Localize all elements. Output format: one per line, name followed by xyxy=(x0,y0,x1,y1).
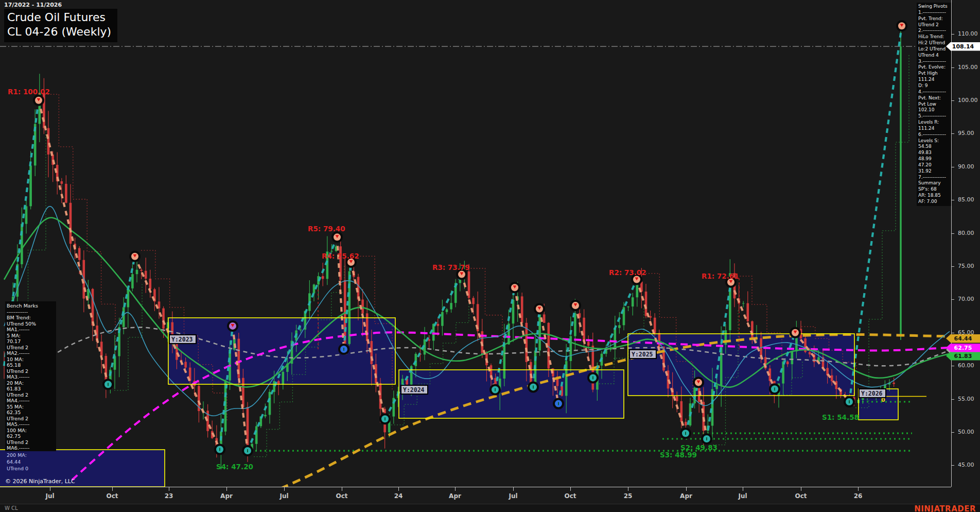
price-tick-label: 60.00 xyxy=(958,362,974,369)
bench-marks-line: 10 MA: xyxy=(7,356,56,363)
price-tick xyxy=(952,333,954,333)
price-tick xyxy=(952,200,954,200)
pivot-low-tick-icon xyxy=(558,402,559,405)
swing-pivots-line: Pvt. Evolve: xyxy=(918,64,952,71)
time-tick xyxy=(112,487,113,491)
chart-title: Crude Oil Futures CL 04-26 (Weekly) xyxy=(4,9,117,42)
time-axis-label: Jul xyxy=(45,492,54,500)
price-tick-label: 105.00 xyxy=(958,64,978,71)
time-axis[interactable]: JulOct23AprJulOct24AprJulOct25AprJulOct2… xyxy=(0,487,951,504)
swing-pivots-line: 7.-------------- xyxy=(918,175,952,181)
bench-marks-line: ------------ xyxy=(7,309,56,315)
bench-marks-line: UTrend 2 xyxy=(7,416,56,422)
price-tick xyxy=(952,167,954,167)
time-axis-label: Jul xyxy=(279,492,288,500)
time-axis-label: 26 xyxy=(854,492,863,500)
swing-pivots-line: 111.24 xyxy=(918,126,952,132)
time-axis-label: 25 xyxy=(624,492,633,500)
price-marker: 61.83 xyxy=(946,352,980,361)
pivot-low-tick-icon xyxy=(774,387,775,390)
swing-pivots-line: UTrend 2 xyxy=(918,22,952,28)
resistance-label: R1: 72.61 xyxy=(702,272,739,280)
pivot-low-tick-icon xyxy=(685,432,686,435)
bench-marks-line: 20 MA: xyxy=(7,380,56,386)
price-tick-label: 95.00 xyxy=(958,130,974,136)
swing-pivots-line: 102.10 xyxy=(918,107,952,113)
bench-marks-overlay-line: 200 MA: xyxy=(7,452,28,458)
price-axis[interactable]: 110.00105.00100.0095.0090.0085.0080.0075… xyxy=(951,0,980,487)
bench-marks-line: MA5.------ xyxy=(7,421,56,428)
price-tick xyxy=(952,465,954,466)
swing-pivots-panel: Swing Pivots1.--------------Pvt. Trend:U… xyxy=(917,3,952,206)
candlestick xyxy=(521,293,523,325)
time-tick xyxy=(342,487,342,491)
resistance-label: R2: 73.02 xyxy=(609,268,646,277)
bench-marks-line: 100 MA: xyxy=(7,428,56,434)
support-label: S3: 48.99 xyxy=(660,451,697,459)
pivot-low-tick-icon xyxy=(533,385,534,388)
final-candle-body xyxy=(900,46,901,336)
swing-pivots-line: UTrend 4 xyxy=(918,53,952,59)
year-chip-label: Y:2026 xyxy=(861,390,883,397)
bench-marks-panel: Bench Marks------------BM Trend:UTrend 5… xyxy=(5,301,56,451)
price-marker: 62.75 xyxy=(946,344,980,352)
time-tick xyxy=(398,487,399,491)
bench-marks-line: UTrend 50% xyxy=(7,321,56,327)
copyright-label: © 2026 NinjaTrader, LLC xyxy=(5,478,75,485)
bench-marks-line: MA3.------ xyxy=(7,374,56,380)
swing-pivots-line: D: 9 xyxy=(918,83,952,89)
swing-pivots-line: 111.24 xyxy=(918,77,952,83)
bench-marks-line: 65.18 xyxy=(7,362,56,368)
price-tick xyxy=(952,233,954,234)
resistance-label: R4: 75.62 xyxy=(322,252,359,260)
pivot-low-tick-icon xyxy=(384,417,386,420)
swing-pivots-line: 5.-------------- xyxy=(918,113,952,120)
swing-pivots-line: 47.20 xyxy=(918,162,952,168)
bench-marks-overlay-line: UTrend 0 xyxy=(7,465,28,472)
price-tick xyxy=(952,266,954,267)
price-tick-label: 75.00 xyxy=(958,263,974,269)
time-tick xyxy=(226,487,227,491)
swing-pivots-line: Levels R: xyxy=(918,120,952,126)
price-tick-label: 45.00 xyxy=(958,462,974,468)
pivot-low-tick-icon xyxy=(219,448,220,451)
year-chip-label: Y:2025 xyxy=(632,351,653,358)
time-axis-label: Apr xyxy=(220,492,233,500)
resistance-label: R5: 79.40 xyxy=(308,225,345,233)
time-tick xyxy=(169,487,169,491)
swing-pivots-line: AR: 18.85 xyxy=(918,193,952,199)
bench-marks-overlay: 200 MA:64.44UTrend 0 xyxy=(7,452,28,472)
bench-marks-line: 70.17 xyxy=(7,338,56,345)
swing-pivots-line: Summary xyxy=(918,180,952,186)
price-tick xyxy=(952,299,954,300)
bench-marks-line: 55 MA: xyxy=(7,404,56,410)
swing-pivots-line: 2.-------------- xyxy=(918,28,952,34)
time-tick xyxy=(801,487,801,491)
price-tick xyxy=(952,100,954,101)
swing-pivots-line: 6.-------------- xyxy=(918,132,952,138)
chart-canvas[interactable]: 0Y:2023Y:2024Y:2025Y:2026R1: 100.02R5: 7… xyxy=(0,0,951,487)
price-marker: 64.44 xyxy=(946,334,980,343)
time-tick xyxy=(686,487,687,491)
swing-pivots-line: 31.92 xyxy=(918,168,952,175)
bench-marks-line: 62.35 xyxy=(7,409,56,416)
time-tick xyxy=(858,487,859,491)
swing-pivots-line: 4.-------------- xyxy=(918,89,952,95)
price-tick-label: 90.00 xyxy=(958,163,974,170)
swing-pivots-line: 1.-------------- xyxy=(918,10,952,16)
time-tick xyxy=(743,487,743,491)
bench-marks-line: 5 MA: xyxy=(7,333,56,339)
time-axis-label: Oct xyxy=(336,492,347,500)
price-tick xyxy=(952,133,954,134)
price-tick xyxy=(952,34,954,35)
time-axis-label: Jul xyxy=(738,492,747,500)
price-tick-label: 55.00 xyxy=(958,396,974,402)
support-label: S1: 54.58 xyxy=(822,413,859,421)
status-bar: W CL NINJATRADER xyxy=(0,504,980,512)
bench-marks-line: UTrend 2 xyxy=(7,439,56,446)
price-tick-label: 70.00 xyxy=(958,296,974,302)
instrument-status-label: W CL xyxy=(5,505,18,511)
bench-marks-line: MA6.------ xyxy=(7,445,56,451)
time-axis-label: Jul xyxy=(509,492,517,500)
swing-pivots-line: 3.-------------- xyxy=(918,59,952,65)
